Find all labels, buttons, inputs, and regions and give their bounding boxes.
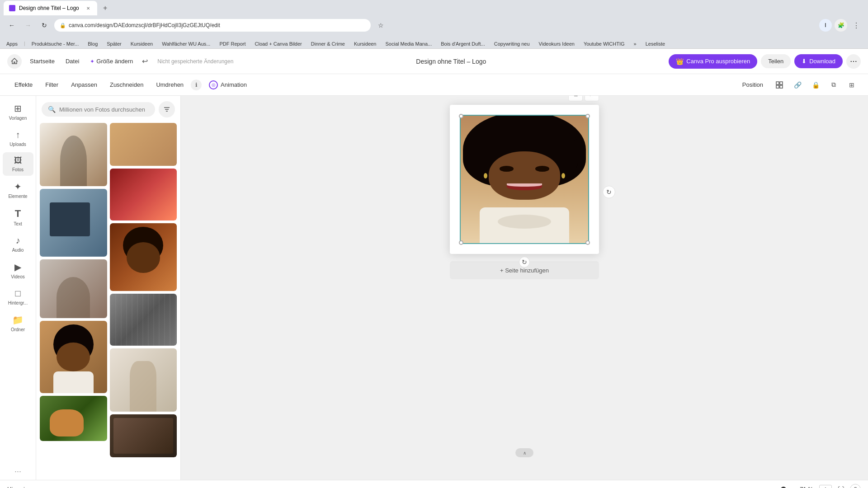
- bookmark-kursideen[interactable]: Kursideen: [128, 40, 156, 47]
- help-btn[interactable]: ?: [850, 484, 861, 488]
- photo-item-hand[interactable]: [110, 123, 177, 166]
- download-btn[interactable]: ⬇ Download: [794, 54, 843, 68]
- handle-bottom-left[interactable]: [459, 240, 463, 245]
- sidebar-item-audio[interactable]: ♪ Audio: [3, 232, 33, 256]
- rotate-handle[interactable]: ↻: [519, 257, 530, 267]
- photo-item-person-white[interactable]: [110, 348, 177, 412]
- info-btn[interactable]: ℹ: [191, 80, 202, 90]
- lock-icon-btn[interactable]: 🔒: [808, 78, 823, 92]
- bookmark-dinner[interactable]: Dinner & Crime: [308, 40, 348, 47]
- bookmark-apps[interactable]: Apps: [4, 40, 20, 47]
- new-tab-btn[interactable]: +: [99, 2, 112, 14]
- bookmark-kursideen2[interactable]: Kursideen: [351, 40, 379, 47]
- canvas[interactable]: ↻: [450, 105, 599, 254]
- photo-item-laptop[interactable]: [40, 189, 107, 257]
- profile-btn[interactable]: I: [819, 19, 832, 32]
- sidebar-label-vorlagen: Vorlagen: [9, 116, 27, 121]
- bookmark-leseliste[interactable]: Leseliste: [643, 40, 668, 47]
- sidebar-label-audio: Audio: [12, 248, 24, 253]
- active-tab[interactable]: Design ohne Titel – Logo ✕: [4, 1, 97, 15]
- photo-col-1: [40, 123, 107, 476]
- bookmark-youtube[interactable]: Youtube WICHTIG: [581, 40, 627, 47]
- bookmark-video[interactable]: Videokurs Ideen: [536, 40, 577, 47]
- menu-resize[interactable]: ✦ Größe ändern: [85, 55, 137, 67]
- bookmark-spaeter[interactable]: Später: [104, 40, 124, 47]
- menu-home[interactable]: Startseite: [25, 55, 59, 67]
- bookmark-wahlfaecher[interactable]: Wahlfächer WU Aus...: [159, 40, 213, 47]
- search-input[interactable]: [59, 106, 149, 113]
- bookmark-social[interactable]: Social Media Mana...: [383, 40, 435, 47]
- expand-btn[interactable]: ⛶: [835, 484, 846, 488]
- layers-icon-btn[interactable]: ⊞: [844, 78, 859, 92]
- photo-item-woman-gray[interactable]: [40, 259, 107, 318]
- photo-item-flowers[interactable]: [110, 169, 177, 221]
- flip-btn[interactable]: Umdrehen: [151, 79, 189, 91]
- extensions-btn[interactable]: 🧩: [835, 19, 847, 32]
- address-bar[interactable]: 🔒 canva.com/design/DAEdomzscjl/drBFjHdCo…: [54, 19, 371, 32]
- page-indicator[interactable]: 1: [819, 485, 832, 488]
- canvas-share-btn[interactable]: ↗: [585, 96, 599, 101]
- ordner-icon: 📁: [12, 314, 24, 325]
- filter-btn[interactable]: Filter: [40, 79, 64, 91]
- photo-item-food[interactable]: [110, 414, 177, 457]
- sidebar-item-fotos[interactable]: 🖼 Fotos: [3, 152, 33, 176]
- bookmark-blog[interactable]: Blog: [85, 40, 100, 47]
- scroll-icon: ∧: [523, 450, 526, 455]
- photo-item-yoga[interactable]: [40, 123, 107, 186]
- zoom-slider-thumb[interactable]: [781, 487, 786, 488]
- forward-btn[interactable]: →: [22, 19, 34, 32]
- handle-top-right[interactable]: [585, 114, 590, 118]
- sidebar-item-text[interactable]: T Text: [3, 204, 33, 230]
- effects-btn[interactable]: Effekte: [9, 79, 38, 91]
- canva-pro-btn[interactable]: 👑 Canva Pro ausprobieren: [669, 54, 757, 69]
- bookmark-copy[interactable]: Copywriting neu: [491, 40, 533, 47]
- search-icon: 🔍: [48, 106, 56, 113]
- photo-item-dog[interactable]: [40, 396, 107, 441]
- copy-icon-btn[interactable]: ⧉: [826, 78, 841, 92]
- sidebar-item-videos[interactable]: ▶ Videos: [3, 258, 33, 283]
- sidebar-item-elemente[interactable]: ✦ Elemente: [3, 178, 33, 202]
- grid-icon: [776, 81, 783, 89]
- refresh-btn[interactable]: ↻: [38, 19, 51, 32]
- sidebar-item-ordner[interactable]: 📁 Ordner: [3, 311, 33, 336]
- scroll-indicator[interactable]: ∧: [515, 448, 533, 457]
- zoom-minus-btn[interactable]: −: [750, 485, 754, 488]
- filter-btn[interactable]: [159, 101, 175, 117]
- animation-btn[interactable]: ◎ Animation: [203, 78, 252, 92]
- sidebar-item-uploads[interactable]: ↑ Uploads: [3, 126, 33, 150]
- tab-close-btn[interactable]: ✕: [85, 5, 92, 12]
- sidebar-more-btn[interactable]: ···: [14, 467, 21, 476]
- photo-item-curly[interactable]: [40, 321, 107, 393]
- position-btn[interactable]: Position: [737, 79, 769, 91]
- chrome-menu-btn[interactable]: ⋮: [850, 19, 863, 32]
- link-icon-btn[interactable]: 🔗: [790, 78, 805, 92]
- bookmark-bois[interactable]: Bois d'Argent Duft...: [438, 40, 487, 47]
- canvas-copy-btn[interactable]: ⧉: [568, 96, 583, 101]
- handle-bottom-right[interactable]: [585, 240, 590, 245]
- bookmark-pdf[interactable]: PDF Report: [217, 40, 248, 47]
- photo-item-woman-orange[interactable]: [110, 223, 177, 291]
- sidebar-item-vorlagen[interactable]: ⊞ Vorlagen: [3, 99, 33, 124]
- canvas-rotate-outside[interactable]: ↻: [603, 186, 615, 198]
- home-icon: [10, 57, 19, 66]
- zoom-percent: 71 %: [797, 486, 816, 488]
- grid-icon-btn[interactable]: [772, 78, 787, 92]
- bookmark-produktsuche[interactable]: Produktsuche - Mer...: [29, 40, 82, 47]
- main-area: ⊞ Vorlagen ↑ Uploads 🖼 Fotos ✦ Elemente …: [0, 96, 868, 480]
- crop-btn[interactable]: Zuschneiden: [104, 79, 149, 91]
- share-btn[interactable]: Teilen: [761, 54, 791, 68]
- menu-file[interactable]: Datei: [61, 55, 84, 67]
- bookmark-cload[interactable]: Cload + Canva Bilder: [252, 40, 305, 47]
- bookmark-more[interactable]: »: [631, 40, 639, 47]
- sidebar-item-hintergrund[interactable]: □ Hintergr...: [3, 285, 33, 309]
- home-btn[interactable]: [7, 54, 22, 69]
- photo-item-abstract[interactable]: [110, 294, 177, 346]
- handle-top-left[interactable]: [459, 114, 463, 118]
- undo-btn[interactable]: ↩: [139, 56, 150, 67]
- tab-bar: Design ohne Titel – Logo ✕ +: [0, 0, 868, 16]
- adjust-btn[interactable]: Anpassen: [66, 79, 103, 91]
- bookmark-btn[interactable]: ☆: [374, 19, 387, 32]
- canvas-image[interactable]: [460, 115, 589, 244]
- more-options-btn[interactable]: ⋯: [846, 54, 861, 69]
- back-btn[interactable]: ←: [5, 19, 18, 32]
